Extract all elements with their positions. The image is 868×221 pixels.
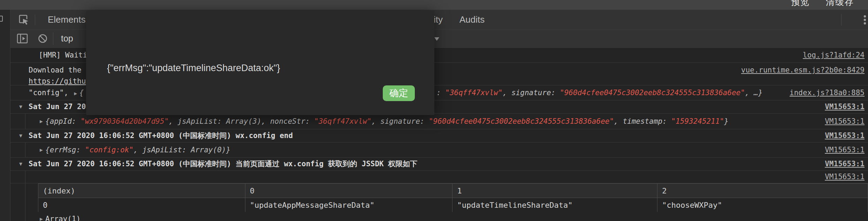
kebab-menu-icon[interactable] bbox=[861, 15, 868, 25]
table-cell-0: "updateAppMessageShareData" bbox=[245, 198, 452, 212]
console-row-object-preview[interactable]: ▶ {errMsg: "config:ok", jsApiList: Array… bbox=[10, 143, 868, 158]
dialog-message: {"errMsg":"updateTimelineShareData:ok"} bbox=[107, 63, 280, 74]
table-cell-1: "updateTimelineShareData" bbox=[452, 198, 657, 212]
table-header-0[interactable]: 0 bbox=[245, 184, 452, 198]
expand-triangle-icon[interactable]: ▶ bbox=[40, 143, 43, 157]
source-link[interactable]: log.js?1afd:24 bbox=[803, 48, 865, 62]
source-link[interactable]: vue.runtime.esm.js?2b0e:8429 bbox=[741, 64, 865, 76]
tabbar-divider bbox=[35, 15, 35, 25]
frame-selector[interactable]: top bbox=[61, 30, 73, 48]
console-sidebar-icon[interactable] bbox=[17, 33, 28, 44]
table-header-2[interactable]: 2 bbox=[657, 184, 868, 198]
source-link[interactable]: index.js?18a0:885 bbox=[790, 85, 865, 100]
console-row-object-preview[interactable]: ▶ {appId: "wx9790364d20b47d95", jsApiLis… bbox=[10, 114, 868, 129]
source-link[interactable]: VM15653:1 bbox=[825, 158, 865, 170]
group-title: Sat Jun 27 2020 16:06:52 GMT+0800 (中国标准时… bbox=[29, 129, 293, 142]
source-link[interactable]: VM15653:1 bbox=[825, 114, 865, 129]
collapse-triangle-icon[interactable]: ▼ bbox=[19, 100, 22, 113]
tab-audits[interactable]: Audits bbox=[459, 10, 485, 29]
clear-console-icon[interactable] bbox=[38, 34, 47, 43]
collapse-triangle-icon[interactable]: ▼ bbox=[19, 158, 22, 170]
object-preview-tail: : "36qff47xvlw", signature: "960d4cfee04… bbox=[436, 85, 763, 100]
console-table-block: (index) 0 1 2 0 "updateAppMessageShareDa… bbox=[10, 183, 868, 212]
alert-dialog: {"errMsg":"updateTimelineShareData:ok"} … bbox=[86, 10, 434, 115]
inspect-element-icon[interactable] bbox=[18, 14, 29, 25]
console-table: (index) 0 1 2 0 "updateAppMessageShareDa… bbox=[38, 183, 868, 212]
expand-triangle-icon[interactable]: ▶ bbox=[40, 212, 43, 221]
source-link[interactable]: VM15653:1 bbox=[825, 143, 865, 157]
group-indent-guide bbox=[25, 171, 25, 183]
console-row-array[interactable]: ▶ Array(1) bbox=[10, 212, 868, 221]
table-header-index[interactable]: (index) bbox=[38, 184, 245, 198]
group-indent-guide bbox=[25, 114, 25, 129]
source-link[interactable]: VM15653:1 bbox=[825, 171, 865, 183]
preview-button[interactable]: 预览 bbox=[791, 0, 810, 8]
github-link[interactable]: https://githu bbox=[29, 76, 86, 85]
clear-cache-button[interactable]: 清缓存 bbox=[826, 0, 854, 8]
tabbar-right-divider bbox=[841, 14, 842, 25]
console-group-header[interactable]: ▼ Sat Jun 27 2020 16:06:52 GMT+0800 (中国标… bbox=[10, 129, 868, 143]
group-indent-guide bbox=[25, 143, 25, 157]
page-toolbar: 预览 清缓存 bbox=[0, 0, 868, 10]
collapse-triangle-icon[interactable]: ▼ bbox=[19, 129, 22, 142]
toolbar-divider bbox=[53, 32, 53, 45]
source-link[interactable]: VM15653:1 bbox=[825, 129, 865, 142]
object-preview: {appId: "wx9790364d20b47d95", jsApiList:… bbox=[45, 114, 729, 129]
dropdown-arrow-icon[interactable] bbox=[434, 37, 439, 41]
table-header-1[interactable]: 1 bbox=[452, 184, 657, 198]
confirm-button[interactable]: 确定 bbox=[383, 85, 415, 101]
page-edge-strip bbox=[0, 10, 10, 221]
group-indent-guide bbox=[25, 183, 25, 212]
table-header-row: (index) 0 1 2 bbox=[38, 184, 868, 198]
object-preview-left: "config", ▶{ bbox=[29, 85, 84, 100]
source-link[interactable]: VM15653:1 bbox=[825, 100, 865, 113]
group-indent-guide bbox=[25, 212, 25, 221]
object-preview: {errMsg: "config:ok", jsApiList: Array(0… bbox=[45, 143, 230, 157]
console-row-table-source: VM15653:1 bbox=[10, 171, 868, 183]
group-title: Sat Jun 27 20 bbox=[29, 100, 86, 113]
tab-elements[interactable]: Elements bbox=[48, 10, 85, 29]
log-text: Download the bbox=[29, 64, 82, 76]
table-row: 0 "updateAppMessageShareData" "updateTim… bbox=[38, 198, 868, 212]
partial-window-icon bbox=[0, 16, 3, 22]
table-cell-index: 0 bbox=[38, 198, 245, 212]
group-title: Sat Jun 27 2020 16:06:52 GMT+0800 (中国标准时… bbox=[29, 158, 417, 170]
console-group-header[interactable]: ▼ Sat Jun 27 2020 16:06:52 GMT+0800 (中国标… bbox=[10, 158, 868, 171]
table-cell-2: "chooseWXPay" bbox=[657, 198, 868, 212]
array-preview: Array(1) bbox=[45, 212, 81, 221]
expand-triangle-icon[interactable]: ▶ bbox=[40, 114, 43, 129]
